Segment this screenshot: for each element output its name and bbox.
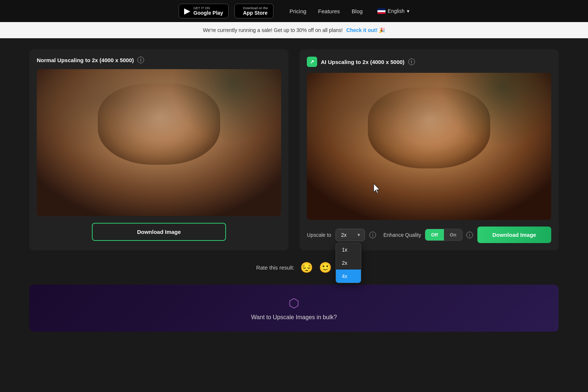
google-play-text: GET IT ON Google Play xyxy=(193,6,223,16)
sale-banner: We're currently running a sale! Get up t… xyxy=(0,22,588,38)
language-label: English xyxy=(388,8,405,14)
toggle-on-button[interactable]: On xyxy=(444,229,462,240)
enhance-info-icon[interactable]: i xyxy=(466,232,473,238)
bulk-icon: ⬡ xyxy=(40,296,548,310)
select-arrow-icon: ▼ xyxy=(356,232,361,238)
comparison-row: Normal Upscaling to 2x (4000 x 5000) i D… xyxy=(29,49,559,250)
right-panel-controls: Upscale to 2x ▼ 1x 2x xyxy=(307,227,551,243)
left-image-container xyxy=(37,69,281,216)
sad-emoji-button[interactable]: 😔 xyxy=(300,261,313,274)
app-store-text: Download on the App Store xyxy=(243,6,268,16)
dropdown-item-4x[interactable]: 4x xyxy=(336,270,361,283)
dropdown-item-2x[interactable]: 2x xyxy=(336,256,361,270)
toggle-off-button[interactable]: Off xyxy=(425,229,444,240)
right-panel-title: ↗ AI Upscaling to 2x (4000 x 5000) i xyxy=(307,57,551,67)
google-play-button[interactable]: ▶ GET IT ON Google Play xyxy=(179,4,229,18)
left-panel-info-icon[interactable]: i xyxy=(137,57,144,63)
left-portrait-image xyxy=(37,69,281,216)
nav: Pricing Features Blog English ▾ xyxy=(290,8,409,14)
dropdown-item-1x[interactable]: 1x xyxy=(336,243,361,256)
bulk-title: Want to Upscale Images in bulk? xyxy=(40,314,548,321)
right-panel: ↗ AI Upscaling to 2x (4000 x 5000) i Ups… xyxy=(300,49,559,250)
happy-emoji-button[interactable]: 🙂 xyxy=(319,261,332,274)
upscale-selected-value: 2x xyxy=(341,232,347,238)
main-content: Normal Upscaling to 2x (4000 x 5000) i D… xyxy=(0,38,588,343)
features-link[interactable]: Features xyxy=(318,8,340,14)
chevron-down-icon: ▾ xyxy=(407,8,409,14)
blog-link[interactable]: Blog xyxy=(352,8,363,14)
header: ▶ GET IT ON Google Play Download on the … xyxy=(0,0,588,22)
left-panel-title-text: Normal Upscaling to 2x (4000 x 5000) xyxy=(37,57,134,63)
right-image-container xyxy=(307,73,551,220)
store-buttons: ▶ GET IT ON Google Play Download on the … xyxy=(179,4,273,18)
upscale-select[interactable]: 2x ▼ xyxy=(336,229,365,241)
upscale-select-wrapper: 2x ▼ 1x 2x 4x xyxy=(336,229,365,241)
bulk-banner: ⬡ Want to Upscale Images in bulk? xyxy=(29,285,559,332)
flag-icon xyxy=(377,8,386,14)
right-panel-title-text: AI Upscaling to 2x (4000 x 5000) xyxy=(321,59,405,65)
google-play-icon: ▶ xyxy=(184,6,190,16)
left-panel: Normal Upscaling to 2x (4000 x 5000) i D… xyxy=(29,49,288,250)
left-panel-title: Normal Upscaling to 2x (4000 x 5000) i xyxy=(37,57,281,63)
upscale-to-label: Upscale to xyxy=(307,232,331,238)
app-store-button[interactable]: Download on the App Store xyxy=(234,4,273,18)
language-selector[interactable]: English ▾ xyxy=(377,8,409,14)
rating-area: Rate this result: 😔 🙂 xyxy=(29,261,559,274)
left-download-button[interactable]: Download Image xyxy=(92,223,226,241)
enhance-quality-area: Enhance Quality Off On i xyxy=(383,229,473,241)
sale-text: We're currently running a sale! Get up t… xyxy=(203,27,343,33)
enhance-quality-label: Enhance Quality xyxy=(383,232,421,238)
rating-label: Rate this result: xyxy=(256,264,294,271)
right-portrait-image xyxy=(307,73,551,220)
pricing-link[interactable]: Pricing xyxy=(290,8,306,14)
right-download-button[interactable]: Download Image xyxy=(477,227,551,243)
ai-upscale-icon: ↗ xyxy=(307,57,317,67)
upscale-info-icon[interactable]: i xyxy=(369,232,376,238)
right-panel-info-icon[interactable]: i xyxy=(408,58,415,65)
sale-cta[interactable]: Check it out! 🎉 xyxy=(346,27,385,33)
enhance-toggle-group: Off On xyxy=(425,229,463,241)
upscale-dropdown: 1x 2x 4x xyxy=(336,243,361,283)
left-panel-controls: Download Image xyxy=(37,223,281,241)
upscale-controls-row: Upscale to 2x ▼ 1x 2x xyxy=(307,227,551,243)
